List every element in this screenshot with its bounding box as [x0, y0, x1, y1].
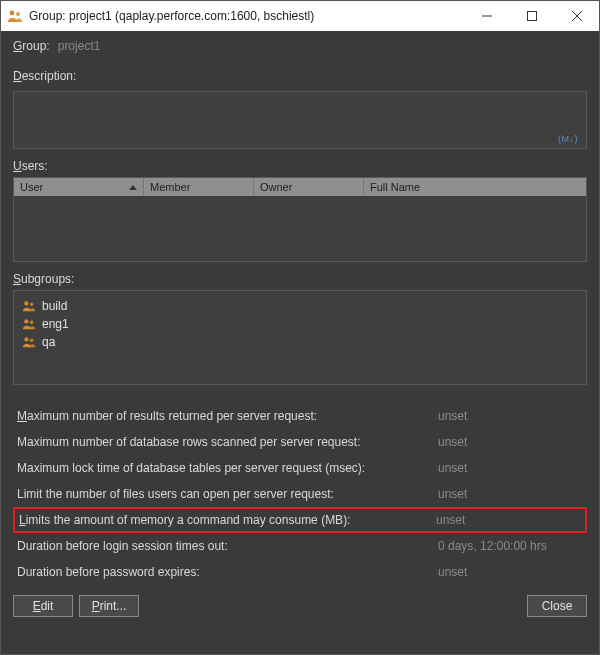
limit-value[interactable]: unset: [428, 461, 583, 475]
svg-point-9: [30, 321, 34, 325]
minimize-button[interactable]: [464, 1, 509, 31]
description-label-row: Description:: [13, 69, 587, 83]
group-icon: [22, 317, 36, 331]
client-area: Group: project1 Description: (M↓) Users:…: [1, 31, 599, 654]
subgroup-item[interactable]: eng1: [22, 315, 578, 333]
print-button[interactable]: Print...: [79, 595, 139, 617]
close-button[interactable]: Close: [527, 595, 587, 617]
limit-value[interactable]: unset: [428, 435, 583, 449]
limit-row: Maximum number of results returned per s…: [13, 403, 587, 429]
description-textarea[interactable]: (M↓): [13, 91, 587, 149]
users-label: Users:: [13, 159, 48, 173]
subgroups-list[interactable]: buildeng1qa: [13, 290, 587, 385]
group-icon: [22, 335, 36, 349]
subgroup-name: build: [42, 299, 67, 313]
description-label: Description:: [13, 69, 76, 83]
button-row: Edit Print... Close: [13, 595, 587, 617]
group-value: project1: [58, 39, 101, 53]
limit-row: Limits the amount of memory a command ma…: [13, 507, 587, 533]
limit-value[interactable]: unset: [428, 409, 583, 423]
limit-label: Duration before password expires:: [17, 565, 428, 579]
limit-label: Maximum lock time of database tables per…: [17, 461, 428, 475]
sort-asc-icon: [129, 185, 137, 190]
limit-value[interactable]: unset: [426, 513, 581, 527]
svg-point-6: [24, 301, 28, 305]
svg-point-1: [16, 12, 20, 16]
limit-row: Maximum lock time of database tables per…: [13, 455, 587, 481]
group-label: Group:: [13, 39, 50, 53]
limit-row: Maximum number of database rows scanned …: [13, 429, 587, 455]
close-window-button[interactable]: [554, 1, 599, 31]
limit-label: Limit the number of files users can open…: [17, 487, 428, 501]
svg-point-11: [30, 339, 34, 343]
limit-row: Limit the number of files users can open…: [13, 481, 587, 507]
limit-row: Duration before password expires:unset: [13, 559, 587, 585]
users-table-header: User Member Owner Full Name: [14, 178, 586, 196]
subgroup-item[interactable]: qa: [22, 333, 578, 351]
column-user[interactable]: User: [14, 178, 144, 196]
markdown-hint[interactable]: (M↓): [558, 134, 578, 144]
column-owner[interactable]: Owner: [254, 178, 364, 196]
group-row: Group: project1: [13, 39, 587, 53]
column-full-name[interactable]: Full Name: [364, 178, 586, 196]
subgroups-label: Subgroups:: [13, 272, 74, 286]
group-window: Group: project1 (qaplay.perforce.com:160…: [0, 0, 600, 655]
column-member[interactable]: Member: [144, 178, 254, 196]
svg-point-8: [24, 319, 28, 323]
limit-value[interactable]: unset: [428, 487, 583, 501]
limit-value[interactable]: unset: [428, 565, 583, 579]
group-icon: [7, 8, 23, 24]
maximize-button[interactable]: [509, 1, 554, 31]
limit-value[interactable]: 0 days, 12:00:00 hrs: [428, 539, 583, 553]
svg-point-0: [10, 11, 15, 16]
limit-label: Maximum number of database rows scanned …: [17, 435, 428, 449]
svg-point-10: [24, 337, 28, 341]
titlebar: Group: project1 (qaplay.perforce.com:160…: [1, 1, 599, 31]
limits-section: Maximum number of results returned per s…: [13, 403, 587, 585]
limit-label: Limits the amount of memory a command ma…: [19, 513, 426, 527]
subgroup-name: eng1: [42, 317, 69, 331]
users-label-row: Users:: [13, 159, 587, 173]
edit-button[interactable]: Edit: [13, 595, 73, 617]
subgroups-label-row: Subgroups:: [13, 272, 587, 286]
window-title: Group: project1 (qaplay.perforce.com:160…: [29, 9, 464, 23]
svg-point-7: [30, 303, 34, 307]
limit-label: Maximum number of results returned per s…: [17, 409, 428, 423]
users-table[interactable]: User Member Owner Full Name: [13, 177, 587, 262]
svg-rect-3: [527, 12, 536, 21]
subgroup-name: qa: [42, 335, 55, 349]
subgroup-item[interactable]: build: [22, 297, 578, 315]
limit-label: Duration before login session times out:: [17, 539, 428, 553]
limit-row: Duration before login session times out:…: [13, 533, 587, 559]
group-icon: [22, 299, 36, 313]
